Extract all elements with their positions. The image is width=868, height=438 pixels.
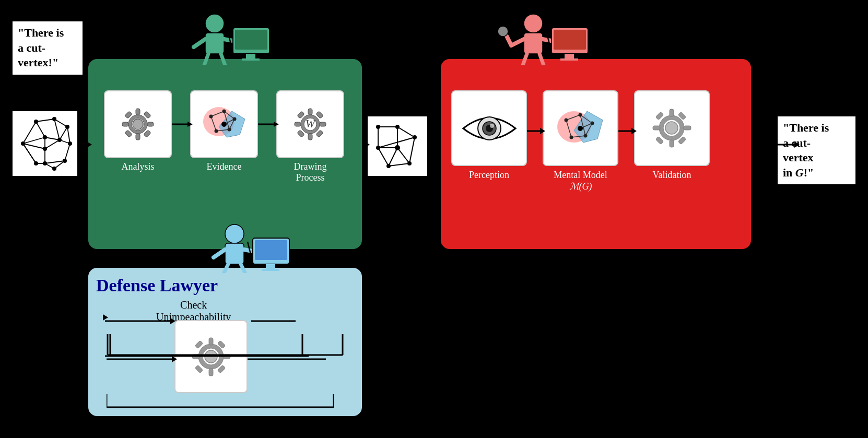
svg-point-28 <box>68 141 72 146</box>
mental-model-label: Mental Modelℳ(G) <box>537 170 624 192</box>
arrow-perception-mental <box>527 126 545 136</box>
svg-point-32 <box>57 138 62 142</box>
svg-rect-60 <box>320 122 326 126</box>
svg-rect-79 <box>242 58 260 61</box>
svg-rect-162 <box>262 269 279 271</box>
svg-point-95 <box>395 125 400 129</box>
svg-point-94 <box>376 125 380 129</box>
svg-line-145 <box>539 54 544 65</box>
svg-point-25 <box>43 147 47 151</box>
defense-lawyer-label: Defense Lawyer <box>96 276 218 295</box>
human-box: Perception <box>439 57 753 251</box>
svg-point-24 <box>43 135 47 139</box>
svg-point-27 <box>65 125 69 129</box>
svg-line-85 <box>409 137 415 163</box>
defense-loop-bottom <box>87 334 363 365</box>
svg-marker-69 <box>274 122 279 127</box>
svg-rect-147 <box>554 30 586 50</box>
svg-rect-34 <box>136 134 140 140</box>
svg-line-158 <box>241 264 245 273</box>
svg-marker-67 <box>187 122 193 127</box>
svg-rect-125 <box>670 109 674 116</box>
svg-point-109 <box>490 124 494 128</box>
svg-marker-135 <box>540 128 545 134</box>
graph-middle <box>366 115 429 177</box>
analysis-icon-box <box>104 90 172 158</box>
svg-point-133 <box>665 122 678 134</box>
svg-rect-170 <box>195 365 203 373</box>
svg-marker-103 <box>365 141 370 148</box>
svg-line-84 <box>397 127 415 137</box>
svg-rect-148 <box>565 54 574 59</box>
svg-point-120 <box>579 113 582 117</box>
svg-rect-149 <box>560 58 578 61</box>
arrow-into-gear <box>105 316 175 326</box>
svg-rect-127 <box>653 126 660 130</box>
svg-rect-77 <box>235 30 267 50</box>
svg-point-122 <box>584 134 588 138</box>
svg-rect-165 <box>209 369 213 376</box>
svg-line-157 <box>224 264 228 273</box>
svg-point-99 <box>376 146 380 150</box>
svg-point-119 <box>565 119 568 122</box>
svg-line-4 <box>36 119 54 122</box>
svg-rect-126 <box>670 140 674 147</box>
loop-right-vert <box>297 334 308 355</box>
analysis-label: Analysis <box>104 161 172 172</box>
evidence-label: Evidence <box>190 161 258 172</box>
svg-line-11 <box>65 144 70 161</box>
loop-left-vert <box>105 334 115 355</box>
svg-rect-160 <box>255 240 287 260</box>
diagram-wrapper: "There is a cut- vertex!" <box>11 10 857 428</box>
svg-line-17 <box>45 137 60 140</box>
svg-point-124 <box>578 126 583 131</box>
svg-marker-82 <box>87 141 92 148</box>
validation-icon-box <box>634 90 710 166</box>
svg-line-9 <box>60 127 67 140</box>
drawing-label: DrawingProcess <box>271 161 349 183</box>
svg-point-31 <box>52 167 56 171</box>
evidence-icon-box <box>190 90 258 158</box>
svg-point-41 <box>133 119 143 129</box>
arrow-validation-quote <box>753 139 800 150</box>
svg-point-56 <box>221 122 227 127</box>
arrowhead-into-left <box>100 312 111 323</box>
svg-line-75 <box>221 54 225 65</box>
svg-rect-57 <box>308 109 312 115</box>
svg-marker-137 <box>631 128 637 134</box>
svg-rect-129 <box>655 112 664 120</box>
defense-figures <box>193 223 308 273</box>
prosecutor-figures <box>173 13 288 65</box>
svg-point-22 <box>34 120 38 124</box>
svg-rect-35 <box>122 122 128 126</box>
mental-model-icon-box <box>543 90 618 166</box>
svg-point-51 <box>209 115 213 119</box>
svg-line-18 <box>45 140 60 149</box>
arrow-evidence-drawing <box>258 119 279 129</box>
arrow-analysis-evidence <box>172 119 193 129</box>
svg-point-21 <box>21 141 25 146</box>
svg-line-90 <box>397 148 409 163</box>
arrow-proc-mid <box>362 139 370 150</box>
perception-label: Perception <box>451 170 527 181</box>
svg-point-123 <box>570 136 573 139</box>
svg-line-91 <box>389 148 397 166</box>
svg-point-142 <box>498 26 508 37</box>
arrow-graph-prosecutor <box>79 139 92 150</box>
svg-line-72 <box>194 39 205 47</box>
svg-point-96 <box>413 135 417 139</box>
svg-rect-58 <box>308 134 312 140</box>
drawing-icon-box: W <box>276 90 344 158</box>
validation-label: Validation <box>634 170 710 181</box>
svg-line-74 <box>204 54 208 65</box>
svg-point-26 <box>52 117 56 121</box>
svg-line-8 <box>67 127 70 144</box>
svg-rect-78 <box>246 54 255 59</box>
svg-rect-36 <box>147 122 154 126</box>
graph-left <box>11 110 79 177</box>
svg-rect-71 <box>205 33 224 54</box>
svg-line-87 <box>378 148 389 166</box>
main-container: "There is a cut- vertex!" <box>0 0 868 438</box>
svg-point-98 <box>386 164 391 168</box>
svg-point-23 <box>34 161 38 165</box>
